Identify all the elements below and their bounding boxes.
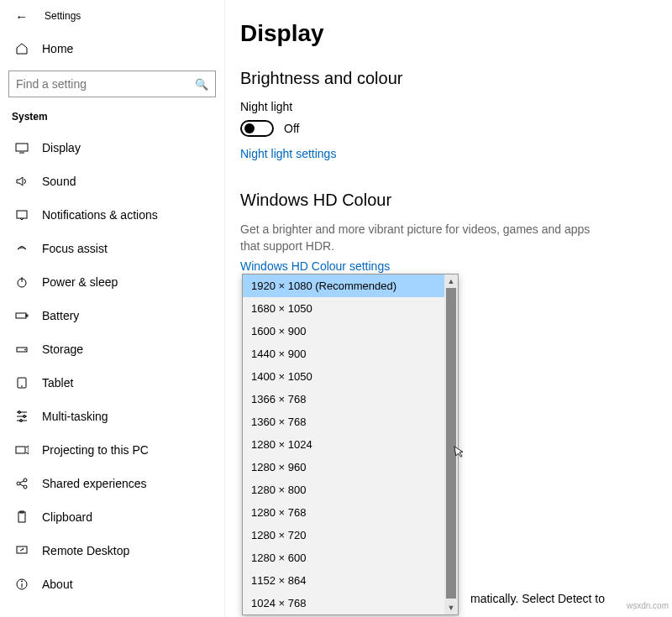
resolution-option[interactable]: 1366 × 768 bbox=[243, 388, 444, 410]
mouse-cursor-icon bbox=[452, 444, 468, 463]
sidebar-item-label: Notifications & actions bbox=[42, 208, 158, 222]
resolution-option[interactable]: 1280 × 720 bbox=[243, 524, 444, 546]
resolution-option[interactable]: 1280 × 768 bbox=[243, 501, 444, 524]
notifications-icon bbox=[15, 208, 29, 222]
hd-colour-settings-link[interactable]: Windows HD Colour settings bbox=[240, 259, 390, 273]
resolution-option[interactable]: 1920 × 1080 (Recommended) bbox=[243, 275, 444, 297]
resolution-option[interactable]: 1680 × 1050 bbox=[243, 297, 444, 320]
sidebar-item-label: Tablet bbox=[42, 376, 73, 390]
remote-icon bbox=[15, 544, 29, 557]
sidebar-item-sound[interactable]: Sound bbox=[0, 165, 224, 198]
sidebar-item-label: Storage bbox=[42, 342, 83, 356]
sidebar-item-label: Focus assist bbox=[42, 242, 108, 255]
svg-point-18 bbox=[17, 482, 20, 485]
svg-rect-5 bbox=[16, 313, 26, 318]
sidebar-item-label: Projecting to this PC bbox=[42, 443, 149, 457]
sidebar-item-label: Power & sleep bbox=[42, 275, 118, 289]
sound-icon bbox=[15, 175, 29, 188]
sidebar-item-battery[interactable]: Battery bbox=[0, 299, 224, 332]
svg-rect-23 bbox=[18, 512, 25, 522]
sidebar-item-label: Display bbox=[42, 141, 81, 154]
about-icon bbox=[15, 578, 29, 591]
display-icon bbox=[15, 141, 29, 154]
resolution-option[interactable]: 1360 × 768 bbox=[243, 410, 444, 433]
window-title: Settings bbox=[45, 10, 81, 22]
titlebar: ← Settings bbox=[0, 0, 224, 32]
resolution-option[interactable]: 1280 × 800 bbox=[243, 478, 444, 501]
truncated-help-text: matically. Select Detect to bbox=[470, 592, 605, 605]
svg-line-22 bbox=[20, 484, 24, 486]
sidebar-item-label: Multi-tasking bbox=[42, 410, 108, 423]
hd-colour-desc: Get a brighter and more vibrant picture … bbox=[240, 222, 593, 254]
clipboard-icon bbox=[15, 510, 29, 524]
sidebar-item-label: Remote Desktop bbox=[42, 544, 129, 557]
battery-icon bbox=[15, 309, 29, 322]
svg-rect-2 bbox=[17, 211, 27, 218]
svg-point-28 bbox=[22, 581, 23, 582]
sidebar-item-shared[interactable]: Shared experiences bbox=[0, 467, 224, 500]
sidebar-item-about[interactable]: About bbox=[0, 567, 224, 601]
resolution-option[interactable]: 1440 × 900 bbox=[243, 342, 444, 365]
projecting-icon bbox=[15, 443, 29, 457]
sidebar-item-multitasking[interactable]: Multi-tasking bbox=[0, 400, 224, 433]
page-title: Display bbox=[240, 20, 657, 47]
sidebar-item-label: Clipboard bbox=[42, 510, 92, 524]
svg-point-19 bbox=[24, 478, 27, 482]
sidebar-item-notifications[interactable]: Notifications & actions bbox=[0, 198, 224, 232]
sidebar-item-display[interactable]: Display bbox=[0, 131, 224, 165]
sidebar-item-label: Sound bbox=[42, 175, 76, 188]
storage-icon bbox=[15, 342, 29, 356]
tablet-icon bbox=[15, 376, 29, 390]
svg-rect-17 bbox=[16, 447, 25, 453]
sidebar-item-focus[interactable]: Focus assist bbox=[0, 232, 224, 265]
svg-point-20 bbox=[24, 485, 27, 489]
back-icon[interactable]: ← bbox=[15, 9, 28, 24]
resolution-option[interactable]: 1280 × 960 bbox=[243, 456, 444, 478]
svg-line-21 bbox=[20, 481, 24, 483]
sidebar-item-projecting[interactable]: Projecting to this PC bbox=[0, 433, 224, 467]
category-label: System bbox=[0, 111, 224, 123]
scroll-thumb[interactable] bbox=[446, 288, 456, 599]
resolution-option[interactable]: 1280 × 1024 bbox=[243, 433, 444, 456]
watermark: wsxdn.com bbox=[627, 601, 669, 610]
search-field[interactable] bbox=[16, 77, 195, 91]
sidebar-item-label: Shared experiences bbox=[42, 477, 147, 490]
resolution-option[interactable]: 1024 × 768 bbox=[243, 592, 444, 614]
night-light-settings-link[interactable]: Night light settings bbox=[240, 147, 336, 160]
sidebar-item-remote[interactable]: Remote Desktop bbox=[0, 534, 224, 567]
night-light-label: Night light bbox=[240, 100, 657, 113]
multitasking-icon bbox=[15, 410, 29, 423]
hd-colour-section-title: Windows HD Colour bbox=[240, 191, 657, 210]
sidebar-item-power[interactable]: Power & sleep bbox=[0, 265, 224, 299]
brightness-section-title: Brightness and colour bbox=[240, 69, 657, 88]
scroll-up-icon[interactable]: ▲ bbox=[444, 275, 458, 288]
resolution-option[interactable]: 1152 × 864 bbox=[243, 569, 444, 592]
sidebar-item-tablet[interactable]: Tablet bbox=[0, 366, 224, 400]
resolution-option[interactable]: 1280 × 600 bbox=[243, 546, 444, 569]
resolution-option[interactable]: 1600 × 900 bbox=[243, 320, 444, 342]
sidebar-item-label: Battery bbox=[42, 309, 79, 322]
resolution-dropdown[interactable]: 1920 × 1080 (Recommended)1680 × 10501600… bbox=[242, 274, 459, 615]
scroll-down-icon[interactable]: ▼ bbox=[444, 601, 458, 614]
sidebar: ← Settings Home 🔍 System Display Sound N… bbox=[0, 0, 225, 617]
svg-rect-6 bbox=[26, 315, 28, 316]
home-label: Home bbox=[42, 42, 73, 55]
svg-rect-0 bbox=[16, 144, 28, 151]
home-icon bbox=[15, 42, 29, 55]
sidebar-item-storage[interactable]: Storage bbox=[0, 332, 224, 366]
sidebar-item-clipboard[interactable]: Clipboard bbox=[0, 500, 224, 534]
search-icon: 🔍 bbox=[195, 78, 208, 91]
power-icon bbox=[15, 275, 29, 289]
focus-icon bbox=[15, 242, 29, 255]
home-row[interactable]: Home bbox=[0, 32, 224, 65]
night-light-state: Off bbox=[284, 122, 299, 135]
search-input[interactable]: 🔍 bbox=[8, 71, 216, 97]
dropdown-scrollbar[interactable]: ▲ ▼ bbox=[444, 275, 458, 614]
shared-icon bbox=[15, 477, 29, 490]
svg-point-8 bbox=[25, 349, 26, 350]
sidebar-item-label: About bbox=[42, 578, 73, 591]
resolution-option[interactable]: 1400 × 1050 bbox=[243, 365, 444, 388]
night-light-toggle[interactable] bbox=[240, 120, 274, 137]
